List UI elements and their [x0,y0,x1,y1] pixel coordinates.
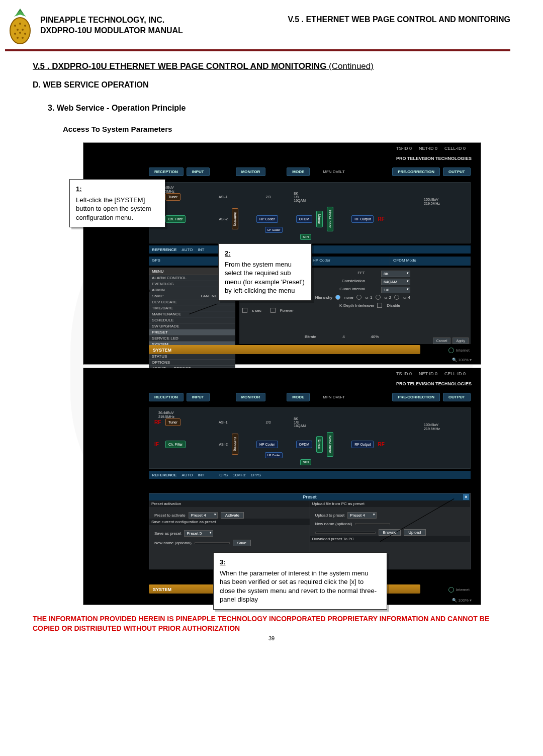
globe-icon [448,348,454,353]
gi-select[interactable]: 1/8 [381,287,410,293]
svg-point-6 [14,33,16,35]
ofdm-con: Constellation [342,279,365,283]
close-icon[interactable]: × [463,494,469,500]
fft-select[interactable]: 8K [381,271,410,277]
chip-nonlinear[interactable]: Non-Linear [327,432,333,457]
chip-buffering[interactable]: Buffering [232,208,238,229]
chip-sfn[interactable]: SFN [300,234,311,240]
radio[interactable] [376,295,381,300]
tab-precorrection[interactable]: PRE-CORRECTION [392,393,440,401]
callout-3-num: 3: [220,558,381,567]
svg-point-9 [17,37,19,39]
apply-button[interactable]: Apply [452,338,469,344]
save-button[interactable]: Save [233,540,251,546]
col-ofdm: OFDM Mode [390,257,471,266]
con-select[interactable]: 64QAM [381,279,410,285]
chip-hp[interactable]: HP Coder [256,441,278,448]
svg-point-2 [19,23,21,25]
mode-info: MFN DVB-T [323,170,345,174]
chip-tuner[interactable]: Tuner [165,418,180,426]
system-bar[interactable]: SYSTEM [149,345,420,354]
preset-activate-select[interactable]: Preset 4 [189,512,218,519]
chip-rfout[interactable]: RF Output [351,215,374,223]
callout-1-num: 1: [76,185,159,194]
menu-item[interactable]: STATUS [149,354,235,360]
asi2-label: ASI-2 [219,217,228,221]
coderate-row: Bitrate440% [305,334,379,339]
chip-ofdm[interactable]: OFDM [296,215,313,223]
svg-point-4 [17,29,19,31]
net-indicator: Internet [448,348,470,353]
chip-lp[interactable]: LP Coder [265,452,283,458]
ref-label: REFERENCE [152,247,176,252]
chip-chfilter[interactable]: Ch. Filter [165,441,186,448]
callout-2-num: 2: [225,249,305,258]
reference-strip: REFERENCE AUTO INT GPS 10MHz 1PPS [149,471,471,479]
preset-title: Preset × [149,493,470,500]
menu-item[interactable]: SCHEDULE [149,317,235,323]
chip-linear[interactable]: Linear [316,436,323,453]
stat: CELL-ID 0 [444,371,466,380]
tab-precorrection[interactable]: PRE-CORRECTION [392,167,440,176]
browse-button[interactable]: Browse [379,529,401,536]
chip-hp[interactable]: HP Coder [256,215,278,223]
tab-reception[interactable]: RECEPTION [149,393,184,401]
sec-opt: s secForever [242,308,294,313]
new-name-input[interactable] [195,542,230,544]
callout-1-text: Left-click the [SYSTEM] button to open t… [76,196,151,221]
preset-col1-h2: Save current configuration as preset [149,519,310,525]
screenshot-1: TS-ID 0 NET-ID 0 CELL-ID 0 PRO TELEVISIO… [83,142,481,365]
chip-chfilter[interactable]: Ch. Filter [165,215,186,223]
chip-ofdm[interactable]: OFDM [296,441,313,448]
chip-linear[interactable]: Linear [316,211,323,227]
preset-save-select[interactable]: Preset 5 [184,530,213,537]
zoom-label: 🔍 100% ▾ [452,598,472,603]
tab-mode[interactable]: MODE [287,393,310,401]
ofdm-gi: Guard Interval [339,287,365,291]
chip-nonlinear[interactable]: Non-Linear [327,207,333,231]
tab-row: RECEPTION INPUT MONITOR MODE MFN DVB-T P… [149,391,471,402]
page-title: V.5 . DXDPRO-10U ETHERNET WEB PAGE CONTR… [33,61,510,71]
chip-buffering[interactable]: Buffering [232,434,238,455]
chip-rfout[interactable]: RF Output [351,441,374,448]
chip-tuner[interactable]: Tuner [165,193,180,201]
section-3: 3. Web Service - Operation Principle [48,104,510,113]
radio[interactable] [356,295,361,300]
tab-input[interactable]: INPUT [187,393,210,401]
upload-preset-select[interactable]: Preset 4 [347,512,377,519]
chip-lp[interactable]: LP Coder [265,227,283,233]
svg-point-8 [24,33,26,35]
radio[interactable] [335,295,340,300]
tab-input[interactable]: INPUT [187,167,210,176]
tab-output[interactable]: OUTPUT [443,393,471,401]
file-path-input[interactable] [315,532,376,534]
menu-item[interactable]: OPTIONS [149,360,235,366]
chip-sfn[interactable]: SFN [300,459,311,465]
ofdm-hier: Hierarchy none α=1 α=2 α=4 [315,295,410,300]
menu-item[interactable]: SW UPGRADE [149,323,235,329]
section-d: D. WEB SERVICE OPERATION [33,80,510,90]
menu-item[interactable]: SERVICE LED [149,335,235,342]
preset-col2-h: Upload file from PC as preset [310,500,471,507]
tab-mode[interactable]: MODE [287,167,310,176]
ofdm-fft: FFT [357,271,365,275]
upload-button[interactable]: Upload [404,529,425,536]
header: PINEAPPLE TECHNOLOGY, INC. DXDPRO-10U MO… [33,15,510,45]
mode-info: MFN DVB-T [323,395,345,399]
section-sub: Access To System Parameters [63,125,510,133]
company-block: PINEAPPLE TECHNOLOGY, INC. DXDPRO-10U MO… [40,15,183,36]
header-right: V.5 . ETHERNET WEB PAGE CONTROL AND MONI… [288,15,510,24]
radio[interactable] [394,295,399,300]
tab-reception[interactable]: RECEPTION [149,167,184,176]
menu-item-preset[interactable]: PRESET [149,329,235,335]
menu-item[interactable]: TIME/DATE [149,305,235,311]
tab-output[interactable]: OUTPUT [443,167,471,176]
stat: TS-ID 0 [396,146,412,155]
upload-name-input[interactable] [355,523,390,525]
cancel-button[interactable]: Cancel [433,338,451,344]
tab-monitor[interactable]: MONITOR [236,167,266,176]
top-stats: TS-ID 0 NET-ID 0 CELL-ID 0 [83,371,481,380]
checkbox[interactable] [377,303,382,308]
activate-button[interactable]: Activate [221,512,244,519]
tab-monitor[interactable]: MONITOR [236,393,266,401]
